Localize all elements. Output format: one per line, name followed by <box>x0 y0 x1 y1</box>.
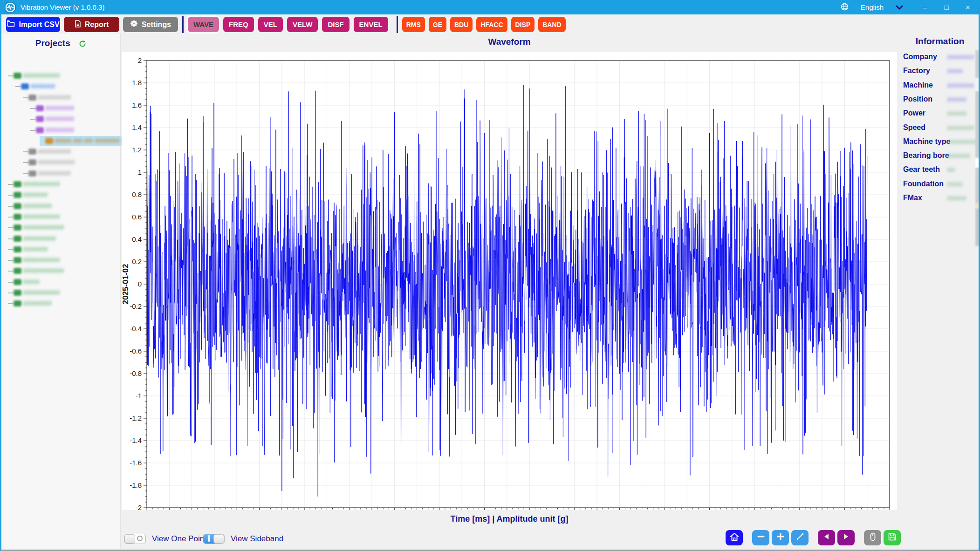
project-icon <box>14 214 21 220</box>
tree-item-label: ######## <box>23 235 56 242</box>
view-button-wave[interactable]: WAVE <box>188 17 219 32</box>
tree-item-machine[interactable]: ######## <box>1 147 120 157</box>
save-button[interactable] <box>884 530 901 545</box>
metric-button-ge[interactable]: GE <box>429 17 446 32</box>
tree-item-project[interactable]: ########## <box>1 223 120 233</box>
scrollbar[interactable] <box>975 50 980 246</box>
info-row-fmax: FMax##### <box>900 194 980 205</box>
tree-connector <box>8 217 13 218</box>
view-button-disf[interactable]: DISF <box>322 17 349 32</box>
metric-button-band[interactable]: BAND <box>538 17 565 32</box>
arrow-left-icon <box>823 533 830 543</box>
view-button-vel[interactable]: VEL <box>258 17 283 32</box>
info-value: #### <box>947 68 963 75</box>
next-button[interactable] <box>837 530 855 545</box>
tree-item-label: ####### <box>23 299 52 307</box>
tree-item-measurement-selected[interactable]: ####-##-## ###### <box>1 136 120 146</box>
title-bar: Vibration Viewer (v 1.0.0.3) English – □… <box>1 0 979 14</box>
svg-text:1.8: 1.8 <box>132 79 142 87</box>
tree-item-project[interactable]: ###### <box>1 245 120 255</box>
tree-connector <box>23 173 28 174</box>
svg-text:-0.4: -0.4 <box>130 325 142 333</box>
tree-item-project[interactable]: ####### <box>1 299 120 309</box>
project-icon <box>14 300 21 306</box>
view-button-velw[interactable]: VELW <box>287 17 318 32</box>
chart-nav-toolbar <box>726 530 901 545</box>
zoom-in-button[interactable] <box>772 530 789 545</box>
tree-item-position[interactable]: ####### <box>1 114 120 124</box>
tree-item-machine[interactable]: ######## <box>1 93 120 103</box>
metric-button-bdu[interactable]: BDU <box>450 17 473 32</box>
nav-group-2 <box>818 530 855 545</box>
project-icon <box>14 257 21 263</box>
report-label: Report <box>85 20 109 29</box>
tree-item-project[interactable]: ####### <box>1 201 120 211</box>
information-panel: Information Company#######Factory####Mac… <box>900 36 980 213</box>
machine-icon <box>28 159 36 165</box>
metric-button-disp[interactable]: DISP <box>511 17 535 32</box>
tree-item-project[interactable]: ######### <box>1 288 120 298</box>
import-csv-button[interactable]: Import CSV <box>6 17 60 32</box>
tree-item-project[interactable]: ######### <box>1 71 120 81</box>
info-value: ##### <box>947 195 966 202</box>
tree-item-factory[interactable]: ###### <box>1 82 120 92</box>
waveform-plot[interactable]: 0204060801001201401601802002202402602803… <box>122 52 897 510</box>
view-button-freq[interactable]: FREQ <box>223 17 254 32</box>
svg-text:0.4: 0.4 <box>132 235 142 243</box>
metric-button-hfacc[interactable]: HFACC <box>476 17 507 32</box>
waveform-chart-panel[interactable]: 0204060801001201401601802002202402602803… <box>122 52 897 510</box>
svg-text:-0.2: -0.2 <box>130 302 142 310</box>
tree-item-project[interactable]: ######### <box>1 212 120 222</box>
tree-item-project[interactable]: ###### <box>1 190 120 200</box>
tree-item-position[interactable]: ####### <box>1 103 120 114</box>
maximize-button[interactable]: □ <box>936 0 957 14</box>
view-one-point-toggle[interactable] <box>124 534 146 544</box>
view-button-envel[interactable]: ENVEL <box>354 17 388 32</box>
settings-button[interactable]: Settings <box>123 17 178 32</box>
folder-open-icon <box>7 20 15 29</box>
position-icon <box>36 105 44 111</box>
tree-connector <box>30 108 35 109</box>
prev-button[interactable] <box>818 530 835 545</box>
tree-item-label: ######### <box>23 180 60 188</box>
tree-item-project[interactable]: ######### <box>1 179 120 190</box>
refresh-icon[interactable] <box>79 40 86 49</box>
svg-text:-1.4: -1.4 <box>130 436 142 444</box>
metric-button-rms[interactable]: RMS <box>402 17 425 32</box>
minus-icon <box>757 533 765 543</box>
tree-item-project[interactable]: ########## <box>1 266 120 276</box>
tree-connector <box>8 260 13 261</box>
tree-connector <box>8 293 13 293</box>
home-button[interactable] <box>726 530 743 545</box>
tree-item-machine[interactable]: ######### <box>1 157 120 168</box>
info-label: Speed <box>903 123 925 132</box>
close-button[interactable]: × <box>957 0 979 14</box>
tree-connector <box>8 206 13 207</box>
view-sideband-toggle[interactable] <box>203 534 225 544</box>
toolbar: Import CSV Report Settings WAVEFREQVELVE… <box>6 17 569 32</box>
mouse-icon <box>870 532 876 544</box>
svg-text:-2: -2 <box>136 503 142 510</box>
minimize-button[interactable]: – <box>914 0 936 14</box>
x-axis-title: Time [ms] | Amplitude unit [g] <box>122 514 897 524</box>
tree-connector <box>23 162 28 163</box>
zoom-out-button[interactable] <box>752 530 769 545</box>
info-value: ###### <box>947 152 970 159</box>
tree-item-machine[interactable]: ######## <box>1 169 120 179</box>
tree-item-project[interactable]: ######### <box>1 255 120 265</box>
tree-item-project[interactable]: ######## <box>1 234 120 244</box>
resize-button[interactable] <box>791 530 809 545</box>
report-button[interactable]: Report <box>64 17 119 32</box>
chevron-down-icon[interactable] <box>896 3 903 11</box>
svg-text:1.6: 1.6 <box>132 101 142 109</box>
svg-text:2025-01-02: 2025-01-02 <box>122 264 130 305</box>
tree-connector <box>8 195 13 196</box>
tree-item-project[interactable]: #### <box>1 277 120 287</box>
tree-item-position[interactable]: ####### <box>1 125 120 136</box>
projects-panel: Projects ###############################… <box>1 34 121 549</box>
info-row-gear-teeth: Gear teeth## <box>900 165 980 177</box>
info-label: Machine type <box>903 137 950 146</box>
language-select[interactable]: English <box>861 3 884 11</box>
pointer-mode-button[interactable] <box>864 530 881 545</box>
position-icon <box>36 127 44 133</box>
